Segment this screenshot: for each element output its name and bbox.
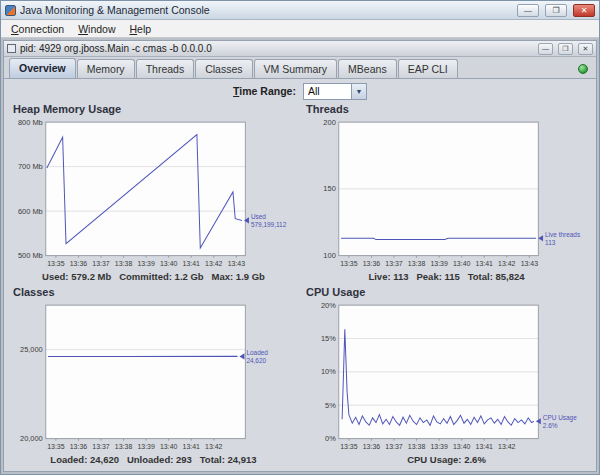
svg-text:13:36: 13:36 [363, 443, 380, 450]
svg-text:13:42: 13:42 [205, 443, 222, 450]
svg-text:13:38: 13:38 [115, 443, 132, 450]
window-titlebar[interactable]: Java Monitoring & Management Console — ❐… [1, 1, 599, 20]
svg-text:800 Mb: 800 Mb [18, 118, 43, 127]
svg-text:24,620: 24,620 [246, 357, 266, 364]
svg-text:13:38: 13:38 [408, 443, 425, 450]
internal-frame-title: pid: 4929 org.jboss.Main -c cmas -b 0.0.… [20, 43, 533, 54]
svg-text:13:36: 13:36 [363, 260, 380, 267]
svg-text:10%: 10% [321, 367, 336, 376]
svg-text:Used: Used [251, 213, 266, 220]
overview-panel: Time Range: All ▼ Heap Memory Usage 500 … [4, 79, 596, 471]
svg-text:13:39: 13:39 [137, 443, 154, 450]
cpu-usage-chart-panel: CPU Usage 0%5%10%15%20%13:3513:3613:3713… [303, 286, 590, 467]
svg-text:20,000: 20,000 [20, 434, 43, 443]
svg-text:13:36: 13:36 [70, 443, 87, 450]
svg-text:700 Mb: 700 Mb [18, 162, 43, 171]
svg-text:13:37: 13:37 [92, 443, 109, 450]
tab-memory[interactable]: Memory [77, 59, 135, 78]
svg-text:13:40: 13:40 [453, 260, 470, 267]
maximize-button[interactable]: ❐ [545, 4, 567, 17]
chart-title-cpu: CPU Usage [303, 286, 590, 300]
tab-bar: Overview Memory Threads Classes VM Summa… [4, 57, 596, 79]
tab-mbeans[interactable]: MBeans [338, 59, 397, 78]
menu-bar: Connection Window Help [1, 20, 599, 38]
svg-text:13:35: 13:35 [47, 443, 64, 450]
time-range-row: Time Range: All ▼ [4, 79, 596, 103]
svg-text:20%: 20% [321, 301, 336, 310]
menu-connection[interactable]: Connection [4, 22, 71, 36]
app-window: Java Monitoring & Management Console — ❐… [0, 0, 600, 475]
svg-text:25,000: 25,000 [20, 345, 43, 354]
svg-text:579,199,112: 579,199,112 [251, 221, 287, 228]
internal-frame-titlebar[interactable]: pid: 4929 org.jboss.Main -c cmas -b 0.0.… [4, 41, 596, 57]
svg-text:13:38: 13:38 [115, 260, 132, 267]
java-console-icon [5, 5, 16, 16]
svg-text:13:40: 13:40 [160, 443, 177, 450]
svg-text:200: 200 [323, 118, 335, 127]
svg-text:600 Mb: 600 Mb [18, 207, 43, 216]
tab-overview[interactable]: Overview [9, 58, 76, 78]
classes-caption: Loaded: 24,620 Unloaded: 293 Total: 24,9… [10, 454, 297, 467]
chart-title-heap: Heap Memory Usage [10, 103, 297, 117]
time-range-value: All [304, 84, 351, 99]
svg-text:13:41: 13:41 [183, 260, 200, 267]
minimize-button[interactable]: — [517, 4, 539, 17]
svg-text:13:35: 13:35 [340, 443, 357, 450]
svg-text:13:42: 13:42 [205, 260, 222, 267]
chevron-down-icon: ▼ [351, 84, 366, 99]
cpu-usage-chart: 0%5%10%15%20%13:3513:3613:3713:3813:3913… [303, 300, 590, 454]
tab-threads[interactable]: Threads [136, 59, 195, 78]
frame-icon [7, 44, 16, 53]
chart-title-classes: Classes [10, 286, 297, 300]
svg-text:13:41: 13:41 [183, 443, 200, 450]
svg-text:Loaded: Loaded [246, 349, 268, 356]
tab-classes[interactable]: Classes [195, 59, 252, 78]
desktop-pane: pid: 4929 org.jboss.Main -c cmas -b 0.0.… [1, 38, 599, 474]
connection-internal-frame: pid: 4929 org.jboss.Main -c cmas -b 0.0.… [3, 40, 597, 472]
tab-vm-summary[interactable]: VM Summary [254, 59, 338, 78]
charts-grid: Heap Memory Usage 500 Mb600 Mb700 Mb800 … [4, 103, 596, 471]
svg-text:13:38: 13:38 [408, 260, 425, 267]
svg-text:150: 150 [323, 184, 335, 193]
heap-memory-chart-panel: Heap Memory Usage 500 Mb600 Mb700 Mb800 … [10, 103, 297, 284]
threads-chart: 10015020013:3513:3613:3713:3813:3913:401… [303, 117, 590, 271]
menu-help[interactable]: Help [123, 22, 159, 36]
svg-text:13:41: 13:41 [476, 260, 493, 267]
svg-text:13:39: 13:39 [137, 260, 154, 267]
frame-minimize-button[interactable]: — [538, 43, 553, 55]
connection-status-icon [578, 64, 588, 74]
svg-text:13:36: 13:36 [70, 260, 87, 267]
classes-chart-panel: Classes 20,00025,00013:3513:3613:3713:38… [10, 286, 297, 467]
svg-text:13:40: 13:40 [453, 443, 470, 450]
svg-text:113: 113 [545, 239, 556, 246]
svg-text:100: 100 [323, 251, 335, 260]
time-range-select[interactable]: All ▼ [303, 83, 367, 100]
svg-text:13:42: 13:42 [498, 260, 515, 267]
svg-text:13:35: 13:35 [340, 260, 357, 267]
svg-text:13:40: 13:40 [160, 260, 177, 267]
menu-window[interactable]: Window [71, 22, 122, 36]
svg-text:13:37: 13:37 [385, 260, 402, 267]
chart-title-threads: Threads [303, 103, 590, 117]
svg-text:13:43: 13:43 [521, 260, 538, 267]
svg-text:15%: 15% [321, 334, 336, 343]
tab-eap-cli[interactable]: EAP CLI [398, 59, 458, 78]
heap-memory-caption: Used: 579.2 Mb Committed: 1.2 Gb Max: 1.… [10, 271, 297, 284]
time-range-label: Time Range: [233, 85, 296, 97]
svg-text:0%: 0% [325, 434, 336, 443]
svg-text:500 Mb: 500 Mb [18, 251, 43, 260]
svg-text:13:43: 13:43 [228, 260, 245, 267]
svg-text:13:37: 13:37 [385, 443, 402, 450]
svg-text:Live threads: Live threads [545, 231, 581, 238]
cpu-usage-caption: CPU Usage: 2.6% [303, 454, 590, 467]
svg-text:13:42: 13:42 [498, 443, 515, 450]
svg-text:13:41: 13:41 [476, 443, 493, 450]
frame-restore-button[interactable]: ❐ [558, 43, 573, 55]
close-button[interactable]: ✕ [573, 4, 595, 17]
window-title: Java Monitoring & Management Console [20, 4, 511, 16]
threads-chart-panel: Threads 10015020013:3513:3613:3713:3813:… [303, 103, 590, 284]
svg-text:13:35: 13:35 [47, 260, 64, 267]
svg-text:13:37: 13:37 [92, 260, 109, 267]
heap-memory-chart: 500 Mb600 Mb700 Mb800 Mb13:3513:3613:371… [10, 117, 297, 271]
frame-close-button[interactable]: ✕ [578, 43, 593, 55]
